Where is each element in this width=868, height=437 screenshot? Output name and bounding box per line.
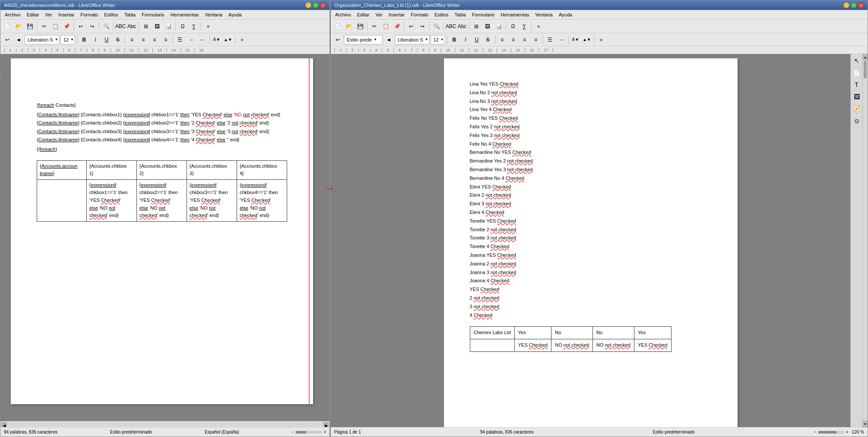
chart-btn-left[interactable]: 📊 bbox=[163, 21, 174, 32]
menu-tabla-left[interactable]: Tabla bbox=[122, 11, 138, 18]
zoom-out-btn-right[interactable]: − bbox=[814, 430, 817, 434]
spellcheck-btn-left[interactable]: ABC bbox=[115, 21, 126, 32]
autocomplete-btn-right[interactable]: Abc bbox=[457, 21, 467, 32]
minimize-btn-right[interactable]: _ bbox=[843, 2, 849, 8]
zoom-in-btn-right[interactable]: + bbox=[846, 430, 849, 434]
table-btn-right[interactable]: ⊞ bbox=[471, 21, 482, 32]
style-dropdown-right[interactable]: Estilo prede ▼ bbox=[344, 35, 383, 45]
menu-formato-left[interactable]: Formato bbox=[78, 11, 101, 18]
menu-insertar-right[interactable]: Insertar bbox=[386, 11, 407, 18]
justify-btn-right[interactable]: ≡ bbox=[531, 35, 541, 45]
menu-ventana-right[interactable]: Ventana bbox=[533, 11, 555, 18]
menu-insertar-left[interactable]: Insertar bbox=[56, 11, 77, 18]
formula-btn-right[interactable]: ∑ bbox=[519, 21, 529, 32]
align-center-btn-right[interactable]: ≡ bbox=[508, 35, 519, 45]
cut-btn-right[interactable]: ✂ bbox=[369, 21, 380, 32]
open-btn-left[interactable]: 📂 bbox=[13, 21, 24, 32]
align-center-btn-left[interactable]: ≡ bbox=[138, 35, 149, 45]
align-right-btn-left[interactable]: ≡ bbox=[149, 35, 160, 45]
fontsize-dropdown-left[interactable]: 12 ▼ bbox=[60, 35, 75, 45]
menu-formulario-right[interactable]: Formulario bbox=[469, 11, 497, 18]
sidebar-page-icon[interactable]: 📄 bbox=[852, 68, 862, 77]
more-format-btn-left[interactable]: » bbox=[237, 35, 247, 45]
menu-ayuda-left[interactable]: Ayuda bbox=[226, 11, 244, 18]
bold-btn-left[interactable]: B bbox=[79, 35, 89, 45]
menu-herramientas-left[interactable]: Herramientas bbox=[168, 11, 202, 18]
left-hscrollbar[interactable]: ◄ ► bbox=[0, 421, 329, 427]
new-btn-right[interactable]: 📄 bbox=[333, 21, 343, 32]
strikethrough-btn-right[interactable]: S bbox=[483, 35, 493, 45]
menu-archivo-right[interactable]: Archivo bbox=[333, 11, 354, 18]
right-zoom-controls[interactable]: − + 120 % bbox=[814, 430, 864, 434]
more-format-btn-right[interactable]: » bbox=[596, 35, 606, 45]
list-btn-right[interactable]: ☰ bbox=[545, 35, 555, 45]
undo-btn-right[interactable]: ↩ bbox=[406, 21, 416, 32]
style-dropdown-left-icon[interactable]: ↩ bbox=[2, 35, 13, 45]
menu-herramientas-right[interactable]: Herramientas bbox=[498, 11, 532, 18]
image-btn-right[interactable]: 🖼 bbox=[482, 21, 493, 32]
style-arrows-right[interactable]: ↩ bbox=[333, 35, 343, 45]
strikethrough-btn-left[interactable]: S bbox=[113, 35, 123, 45]
maximize-btn-left[interactable]: □ bbox=[313, 2, 319, 8]
font-color-btn-left[interactable]: A▼ bbox=[212, 35, 222, 45]
font-dropdown-right[interactable]: Liberation S ▼ bbox=[395, 35, 430, 45]
find-btn-left[interactable]: 🔍 bbox=[101, 21, 111, 32]
paste-btn-left[interactable]: 📌 bbox=[61, 21, 72, 32]
scroll-up-btn-right[interactable]: ▲ bbox=[863, 54, 868, 60]
menu-editar-right[interactable]: Editar bbox=[355, 11, 372, 18]
underline-btn-left[interactable]: U bbox=[101, 35, 112, 45]
italic-btn-left[interactable]: I bbox=[90, 35, 101, 45]
menu-estilos-right[interactable]: Estilos bbox=[432, 11, 451, 18]
spellcheck-btn-right[interactable]: ABC bbox=[446, 21, 456, 32]
close-btn-right[interactable]: × bbox=[858, 2, 864, 8]
menu-ver-right[interactable]: Ver bbox=[373, 11, 385, 18]
zoom-out-btn-left[interactable]: − bbox=[291, 430, 294, 434]
indent-btn-right[interactable]: → bbox=[556, 35, 567, 45]
font-color-btn-right[interactable]: A▼ bbox=[570, 35, 581, 45]
autocomplete-btn-left[interactable]: Abc bbox=[127, 21, 137, 32]
maximize-btn-right[interactable]: □ bbox=[851, 2, 857, 8]
prev-font-right[interactable]: ◄ bbox=[383, 35, 394, 45]
menu-formato-right[interactable]: Formato bbox=[408, 11, 431, 18]
zoom-in-btn-left[interactable]: + bbox=[323, 430, 326, 434]
table-btn-left[interactable]: ⊞ bbox=[141, 21, 151, 32]
sidebar-text-icon[interactable]: T bbox=[852, 80, 862, 89]
underline-btn-right[interactable]: U bbox=[472, 35, 482, 45]
cut-btn-left[interactable]: ✂ bbox=[39, 21, 49, 32]
undo-btn-left[interactable]: ↩ bbox=[76, 21, 86, 32]
right-window-controls[interactable]: _ □ × bbox=[843, 2, 864, 8]
more-btn-right[interactable]: » bbox=[533, 21, 544, 32]
menu-formulario-left[interactable]: Formulario bbox=[139, 11, 167, 18]
special-char-btn-left[interactable]: Ω bbox=[177, 21, 188, 32]
align-right-btn-right[interactable]: ≡ bbox=[520, 35, 530, 45]
sidebar-gallery-icon[interactable]: 🖼 bbox=[852, 92, 862, 102]
chart-btn-right[interactable]: 📊 bbox=[494, 21, 504, 32]
sidebar-nav-icon[interactable]: 🧭 bbox=[852, 104, 862, 114]
menu-tabla-right[interactable]: Tabla bbox=[452, 11, 469, 18]
right-vscrollbar[interactable]: ▲ ▼ bbox=[862, 54, 868, 427]
minimize-btn-left[interactable]: _ bbox=[305, 2, 311, 8]
font-dropdown-left[interactable]: Liberation S ▼ bbox=[25, 35, 60, 45]
sidebar-cursor-icon[interactable]: ↖ bbox=[852, 56, 862, 65]
formula-btn-left[interactable]: ∑ bbox=[189, 21, 199, 32]
copy-btn-left[interactable]: 📋 bbox=[50, 21, 60, 32]
redo-btn-left[interactable]: ↪ bbox=[87, 21, 97, 32]
menu-editar-left[interactable]: Editar bbox=[24, 11, 42, 18]
redo-btn-right[interactable]: ↪ bbox=[417, 21, 428, 32]
close-btn-left[interactable]: × bbox=[320, 2, 326, 8]
menu-archivo-left[interactable]: Archivo bbox=[2, 11, 23, 18]
open-btn-right[interactable]: 📂 bbox=[344, 21, 354, 32]
menu-estilos-left[interactable]: Estilos bbox=[101, 11, 120, 18]
copy-btn-right[interactable]: 📋 bbox=[380, 21, 391, 32]
scroll-track-right[interactable] bbox=[863, 79, 868, 421]
highlight-btn-left[interactable]: ▲▼ bbox=[223, 35, 233, 45]
justify-btn-left[interactable]: ≡ bbox=[161, 35, 171, 45]
scroll-right-btn[interactable]: ► bbox=[323, 422, 329, 427]
scroll-track-left[interactable] bbox=[6, 422, 323, 427]
indent-btn-left[interactable]: → bbox=[186, 35, 196, 45]
paste-btn-right[interactable]: 📌 bbox=[392, 21, 402, 32]
bold-btn-right[interactable]: B bbox=[449, 35, 459, 45]
more-btn-left[interactable]: » bbox=[203, 21, 213, 32]
menu-ayuda-right[interactable]: Ayuda bbox=[556, 11, 575, 18]
image-btn-left[interactable]: 🖼 bbox=[152, 21, 162, 32]
